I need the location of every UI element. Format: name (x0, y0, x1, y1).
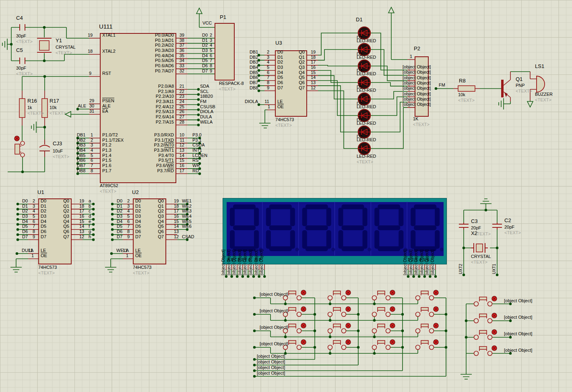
net-label: [object Object] (257, 354, 285, 359)
pin-name: Q4 (49, 219, 69, 224)
pin-number: 11 (173, 138, 184, 142)
pin-number: 1 (266, 105, 272, 109)
keypad-button[interactable] (416, 290, 439, 300)
transistor-q1[interactable] (501, 72, 510, 101)
r16-text: <TEXT> (27, 111, 44, 116)
pin-number: 18 (77, 204, 86, 208)
target-pin: 6 (210, 54, 212, 58)
keypad-button[interactable] (328, 323, 351, 333)
pin-name: Q1 (285, 55, 305, 60)
pin-name: D5 (277, 75, 283, 80)
led-model: LED-RED (357, 121, 376, 126)
pin-number: 15 (308, 70, 319, 75)
net-label: DB3 (250, 60, 258, 64)
target-pin: 2 (210, 33, 212, 37)
pin-name-pre: P3.1/TXD (155, 138, 174, 142)
pin-number: 8 (31, 229, 37, 234)
capacitor-c4[interactable] (20, 24, 25, 31)
led-model: LED-RED (357, 39, 376, 43)
crystal-y1[interactable] (37, 38, 52, 52)
keypad-button[interactable] (416, 307, 439, 317)
net-label: D2 (202, 43, 208, 47)
net-label: D0 (202, 33, 208, 37)
rs-button[interactable] (474, 313, 497, 323)
lcden-button[interactable] (474, 296, 497, 306)
resistor-r16[interactable] (19, 91, 25, 126)
net-label: [object Object] (414, 250, 418, 275)
pin-number: [object Object] (403, 97, 412, 101)
pin-number: 11 (264, 99, 270, 104)
net-label: [object Object] (227, 250, 231, 275)
cj3-ref: CJ3 (53, 141, 62, 146)
pin-number: 24 (173, 99, 184, 104)
pin-name: Q7 (49, 235, 69, 239)
net-label: SDA (200, 84, 209, 89)
pin-name: D7 (41, 235, 46, 239)
keypad-button[interactable] (416, 340, 439, 350)
pin-number: 27 (173, 115, 184, 119)
pin-name: Q3 (49, 214, 69, 219)
pin-number: 2 (31, 199, 37, 203)
keypad-button[interactable] (328, 290, 351, 300)
pin-number: 36 (173, 48, 184, 53)
pin-number: 13 (77, 229, 86, 234)
net-label: LCDEN (192, 153, 207, 158)
pin-name: P2.4/A12 (133, 105, 174, 109)
pin-number: 39 (173, 33, 184, 37)
pin-number: 12 (308, 86, 319, 90)
net-label: D2 (117, 209, 122, 213)
pin-name-pre: P2.4/A12 (156, 104, 174, 109)
pin-name: Q7 (144, 235, 164, 239)
reset-button[interactable] (14, 136, 25, 157)
capacitor-cj3[interactable] (39, 140, 50, 157)
pin-name: P3.5/T1 (133, 158, 174, 163)
net-label: [object Object] (504, 299, 532, 303)
net-label: [object Object] (409, 250, 413, 275)
capacitor-c5[interactable] (20, 58, 25, 64)
pin-name-pre: P0.6/AD6 (155, 63, 174, 68)
r17-ref: R17 (50, 98, 59, 103)
resistor-r17[interactable] (42, 91, 47, 126)
pin-name: LE (277, 99, 283, 104)
pin-name: LE (135, 248, 140, 253)
proteus-schematic: ABCDEFG DP 123456 (0, 0, 572, 392)
pin-number: 5 (31, 214, 37, 219)
keypad-button[interactable] (416, 323, 439, 333)
wr-button[interactable] (474, 330, 497, 340)
pin-name: PSEN (102, 99, 114, 103)
keypad-button[interactable] (372, 323, 395, 333)
c5-text: <TEXT> (16, 72, 33, 76)
pin-number: 21 (173, 84, 184, 89)
rd-button[interactable] (474, 346, 497, 356)
pin-number: 23 (173, 94, 184, 99)
c3-value: 20pF (471, 226, 481, 230)
net-label: [object Object] (403, 250, 407, 275)
pin-name: D2 (135, 209, 141, 213)
pin-name: D1 (135, 204, 141, 208)
resistor-r8[interactable] (453, 86, 480, 91)
capacitor-c2[interactable] (492, 223, 502, 229)
keypad-button[interactable] (328, 307, 351, 317)
keypad-button[interactable] (328, 340, 351, 350)
keypad-button[interactable] (372, 290, 395, 300)
pin-name-pre: P2.2/A10 (156, 94, 174, 99)
pin-name: D4 (41, 219, 46, 224)
pin-name: P1.4 (102, 153, 112, 158)
pin-name: Q3 (144, 214, 164, 219)
pin-name: XTAL1 (102, 33, 116, 37)
pin-number: 3 (126, 204, 131, 208)
pin-name: P2.1/A9 (133, 89, 174, 94)
net-label: SCL (200, 89, 209, 94)
pin-name: D0 (135, 199, 141, 203)
pin-number: [object Object] (403, 76, 412, 80)
net-label: f (89, 224, 90, 229)
keypad-button[interactable] (372, 340, 395, 350)
pin-name: D1 (41, 204, 46, 208)
u2-part: 74HC573 (133, 265, 151, 270)
net-label: D1 (117, 204, 122, 208)
capacitor-c3[interactable] (459, 223, 469, 229)
pin-name: P0.2/AD2 (133, 43, 174, 47)
pin-name: P2.7/A15 (133, 120, 174, 124)
keypad-button[interactable] (372, 307, 395, 317)
crystal-x2[interactable] (471, 243, 488, 253)
